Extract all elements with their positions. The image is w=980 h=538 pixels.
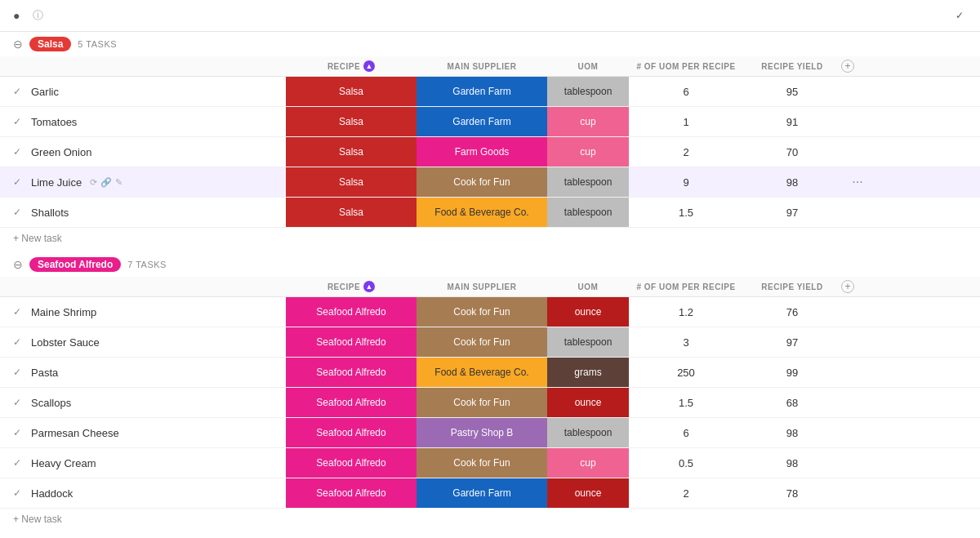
- recipe-yield-cell[interactable]: 99: [743, 358, 841, 387]
- group-chevron-icon[interactable]: ⊖: [13, 38, 23, 51]
- uom-per-recipe-cell[interactable]: 250: [629, 358, 743, 387]
- supplier-value: Garden Farm: [416, 107, 547, 136]
- recipe-cell[interactable]: Salsa: [286, 167, 416, 197]
- row-actions-cell: [841, 388, 874, 417]
- supplier-cell[interactable]: Garden Farm: [416, 478, 547, 508]
- recipe-cell[interactable]: Seafood Alfredo: [286, 327, 416, 357]
- supplier-cell[interactable]: Food & Beverage Co.: [416, 198, 547, 227]
- uom-cell[interactable]: ounce: [547, 297, 629, 327]
- edit-icon[interactable]: ✎: [115, 177, 122, 188]
- recipe-yield-cell[interactable]: 95: [743, 77, 841, 106]
- row-menu-button[interactable]: ···: [852, 175, 862, 189]
- supplier-cell[interactable]: Garden Farm: [416, 77, 547, 106]
- check-icon: ✓: [956, 10, 964, 21]
- uom-cell[interactable]: grams: [547, 358, 629, 387]
- recipe-cell[interactable]: Salsa: [286, 198, 416, 227]
- uom-cell[interactable]: tablespoon: [547, 77, 629, 106]
- add-column-button[interactable]: +: [841, 280, 854, 293]
- uom-per-recipe-cell[interactable]: 1: [629, 107, 743, 136]
- uom-cell[interactable]: tablespoon: [547, 167, 629, 197]
- task-complete-icon[interactable]: ✓: [13, 397, 26, 408]
- supplier-cell[interactable]: Food & Beverage Co.: [416, 358, 547, 387]
- task-complete-icon[interactable]: ✓: [13, 86, 26, 97]
- task-complete-icon[interactable]: ✓: [13, 306, 26, 318]
- uom-per-recipe-cell[interactable]: 1.2: [629, 297, 743, 327]
- uom-per-recipe-cell[interactable]: 0.5: [629, 448, 743, 478]
- recipe-yield-cell[interactable]: 76: [743, 297, 841, 327]
- recipe-cell[interactable]: Seafood Alfredo: [286, 478, 416, 508]
- supplier-cell[interactable]: Pastry Shop B: [416, 418, 547, 447]
- uom-cell[interactable]: ounce: [547, 478, 629, 508]
- uom-value: tablespoon: [547, 167, 629, 197]
- recipe-cell[interactable]: Salsa: [286, 77, 416, 106]
- recipe-yield-cell[interactable]: 91: [743, 107, 841, 136]
- recipe-yield-cell[interactable]: 68: [743, 388, 841, 417]
- task-complete-icon[interactable]: ✓: [13, 176, 26, 188]
- supplier-cell[interactable]: Cook for Fun: [416, 297, 547, 327]
- show-closed-button[interactable]: ✓: [956, 10, 967, 21]
- supplier-cell[interactable]: Cook for Fun: [416, 448, 547, 478]
- supplier-cell[interactable]: Cook for Fun: [416, 388, 547, 417]
- recipe-cell[interactable]: Seafood Alfredo: [286, 358, 416, 387]
- actions-col-header: +: [841, 60, 874, 73]
- supplier-cell[interactable]: Cook for Fun: [416, 327, 547, 357]
- uom-cell[interactable]: tablespoon: [547, 418, 629, 447]
- uom-per-recipe-cell[interactable]: 9: [629, 167, 743, 197]
- info-icon[interactable]: ⓘ: [33, 8, 43, 23]
- sort-icon[interactable]: ▲: [363, 281, 375, 292]
- recipe-cell[interactable]: Seafood Alfredo: [286, 297, 416, 327]
- add-column-button[interactable]: +: [841, 60, 854, 73]
- supplier-cell[interactable]: Cook for Fun: [416, 167, 547, 197]
- link-icon[interactable]: 🔗: [100, 177, 112, 188]
- recipe-yield-cell[interactable]: 98: [743, 167, 841, 197]
- uom-per-recipe-cell[interactable]: 2: [629, 478, 743, 508]
- group-chevron-icon[interactable]: ⊖: [13, 258, 23, 271]
- task-complete-icon[interactable]: ✓: [13, 116, 26, 127]
- task-complete-icon[interactable]: ✓: [13, 457, 26, 469]
- uom-per-recipe-cell[interactable]: 2: [629, 137, 743, 167]
- recipe-cell[interactable]: Salsa: [286, 137, 416, 167]
- sort-icon[interactable]: ▲: [363, 60, 375, 72]
- uom-per-recipe-cell[interactable]: 3: [629, 327, 743, 357]
- task-name: Pasta: [31, 367, 58, 379]
- supplier-value: Food & Beverage Co.: [416, 198, 547, 227]
- task-complete-icon[interactable]: ✓: [13, 336, 26, 348]
- recipe-cell[interactable]: Salsa: [286, 107, 416, 136]
- task-check-area: ✓ Heavy Cream: [0, 457, 286, 469]
- task-complete-icon[interactable]: ✓: [13, 487, 26, 499]
- uom-per-recipe-cell[interactable]: 6: [629, 77, 743, 106]
- recipe-cell[interactable]: Seafood Alfredo: [286, 388, 416, 417]
- recipe-cell[interactable]: Seafood Alfredo: [286, 448, 416, 478]
- recipe-yield-cell[interactable]: 78: [743, 478, 841, 508]
- task-complete-icon[interactable]: ✓: [13, 427, 26, 438]
- task-complete-icon[interactable]: ✓: [13, 207, 26, 218]
- repeat-icon[interactable]: ⟳: [90, 177, 97, 188]
- uom-per-recipe-cell[interactable]: 1.5: [629, 198, 743, 227]
- task-complete-icon[interactable]: ✓: [13, 367, 26, 378]
- groups-container: ⊖ Salsa 5 TASKS RECIPE ▲ MAIN SUPPLIER U…: [0, 32, 980, 536]
- uom-cell[interactable]: cup: [547, 107, 629, 136]
- uom-cell[interactable]: tablespoon: [547, 327, 629, 357]
- uom-per-recipe-value: 6: [629, 86, 743, 98]
- uom-cell[interactable]: tablespoon: [547, 198, 629, 227]
- recipe-yield-cell[interactable]: 98: [743, 418, 841, 447]
- task-complete-icon[interactable]: ✓: [13, 146, 26, 158]
- recipe-cell[interactable]: Seafood Alfredo: [286, 418, 416, 447]
- uom-per-recipe-cell[interactable]: 1.5: [629, 388, 743, 417]
- uom-cell[interactable]: cup: [547, 137, 629, 167]
- supplier-cell[interactable]: Garden Farm: [416, 107, 547, 136]
- supplier-value: Food & Beverage Co.: [416, 358, 547, 387]
- recipe-value: Seafood Alfredo: [286, 418, 416, 447]
- new-task-button[interactable]: + New task: [0, 228, 980, 249]
- supplier-cell[interactable]: Farm Goods: [416, 137, 547, 167]
- recipe-yield-cell[interactable]: 70: [743, 137, 841, 167]
- row-actions-cell: [841, 77, 874, 106]
- uom-per-recipe-cell[interactable]: 6: [629, 418, 743, 447]
- new-task-button[interactable]: + New task: [0, 509, 980, 530]
- uom-cell[interactable]: cup: [547, 448, 629, 478]
- recipe-yield-cell[interactable]: 97: [743, 327, 841, 357]
- recipe-yield-cell[interactable]: 98: [743, 448, 841, 478]
- recipe-yield-cell[interactable]: 97: [743, 198, 841, 227]
- uom-cell[interactable]: ounce: [547, 388, 629, 417]
- table-row: ✓ Haddock Seafood Alfredo Garden Farm ou…: [0, 478, 980, 509]
